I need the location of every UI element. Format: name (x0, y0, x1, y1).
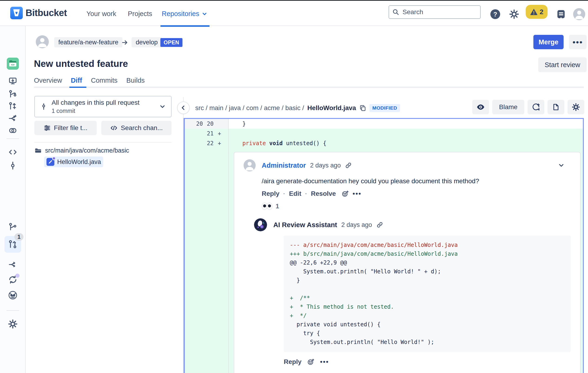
source-branch-pill[interactable]: feature/a-new-feature (54, 37, 123, 47)
changes-scope-selector[interactable]: All changes in this pull request 1 commi… (34, 96, 171, 117)
nav-item-repositories[interactable]: Repositories (162, 10, 208, 18)
global-search[interactable] (388, 5, 481, 19)
diff-row[interactable]: 22+ private void untested() { (185, 138, 583, 148)
search-input[interactable] (402, 8, 472, 16)
tab-diff[interactable]: Diff (71, 77, 82, 87)
watch-file-button[interactable] (472, 100, 489, 114)
target-branch-pill[interactable]: develop (132, 37, 162, 47)
permalink-icon[interactable] (376, 221, 383, 228)
code-line: + */ (290, 311, 566, 320)
add-reaction-icon[interactable] (341, 190, 349, 197)
reply-action[interactable]: Reply (262, 190, 279, 197)
filter-file-tree-button[interactable]: Filter file t... (34, 121, 97, 135)
file-name: HelloWorld.java (57, 158, 101, 166)
file-path-name: HelloWorld.java (307, 104, 356, 112)
code-line: System.out.println( "Hello World!" ); (290, 338, 566, 346)
svg-text:<>: <> (11, 63, 15, 66)
user-avatar[interactable] (573, 8, 585, 20)
comment-indicator-dot (52, 157, 56, 160)
top-navigation: Bitbucket Your work Projects Repositorie… (0, 1, 588, 26)
commits-icon[interactable] (8, 161, 17, 170)
brand-title[interactable]: Bitbucket (26, 8, 67, 18)
compare-icon[interactable] (8, 126, 17, 135)
sync-notification-dot (15, 274, 20, 278)
help-icon[interactable]: ? (490, 9, 501, 20)
start-review-button[interactable]: Start review (538, 57, 587, 72)
clone-icon[interactable] (8, 77, 17, 85)
nav-item-your-work[interactable]: Your work (86, 10, 116, 18)
collapse-comment-chevron-icon[interactable] (558, 162, 565, 169)
file-path-prefix: src / main / java / com / acme / basic / (195, 104, 304, 112)
warnings-badge[interactable]: 2 (526, 5, 547, 19)
reply-action[interactable]: Reply (284, 358, 301, 366)
comment-author-name[interactable]: Administrator (262, 162, 306, 169)
pull-requests-count-badge: 1 (14, 233, 23, 241)
merge-button[interactable]: Merge (533, 35, 564, 49)
diff-settings-gear-button[interactable] (567, 100, 584, 114)
add-comment-button[interactable] (528, 100, 544, 114)
chevron-down-icon (159, 103, 166, 110)
reaction-count: 1 (276, 203, 279, 210)
reaction-eyes[interactable]: 1 (262, 202, 571, 210)
collapse-file-tree-button[interactable] (177, 101, 190, 114)
warning-triangle-icon (530, 8, 538, 16)
diff-row[interactable]: 2020 } (185, 119, 583, 129)
create-pull-request-icon[interactable] (8, 102, 17, 111)
code-search-icon (110, 124, 118, 132)
feed-icon[interactable] (556, 9, 566, 19)
reply-more-icon[interactable]: ••• (320, 360, 329, 364)
settings-gear-icon[interactable] (8, 319, 18, 329)
diff-code-line: } (229, 119, 246, 129)
code-line: private void untested() { (290, 320, 566, 329)
active-tab-underline (69, 87, 86, 88)
diff-gutter[interactable]: 2020 (185, 119, 229, 129)
owl-app-icon[interactable] (8, 290, 18, 300)
reply-author-name[interactable]: AI Review Assistant (273, 221, 337, 229)
file-tree-divider (34, 142, 171, 143)
code-line: System.out.println( "Hello World! " + d)… (290, 267, 566, 276)
comment-author-avatar (243, 159, 256, 171)
folder-path: src/main/java/com/acme/basic (45, 147, 129, 154)
source-code-icon[interactable] (8, 148, 17, 157)
sidebar-divider (7, 138, 19, 139)
file-tree-file-selected[interactable]: HelloWorld.java (44, 157, 103, 167)
tab-commits[interactable]: Commits (91, 77, 117, 87)
tab-builds[interactable]: Builds (126, 77, 145, 87)
folder-icon (34, 147, 42, 154)
diff-code-line (229, 129, 236, 138)
branches-icon[interactable] (8, 222, 17, 231)
compare-fork-icon[interactable] (8, 114, 17, 123)
chevron-down-icon (201, 11, 208, 17)
blame-button[interactable]: Blame (492, 100, 524, 114)
comment-actions: Reply · Edit · Resolve ••• (262, 190, 571, 197)
resolve-action[interactable]: Resolve (311, 190, 336, 197)
comment-header: Administrator 2 days ago (243, 159, 571, 171)
diff-file-breadcrumb: src / main / java / com / acme / basic /… (195, 104, 400, 112)
pr-more-actions-button[interactable]: ••• (569, 35, 587, 49)
code-line: } (290, 276, 566, 285)
search-changes-button[interactable]: Search chan... (101, 121, 171, 135)
gear-icon[interactable] (509, 9, 519, 19)
code-line: --- a/src/main/java/com/acme/basic/Hello… (290, 241, 566, 250)
file-contents-button[interactable] (547, 100, 564, 114)
add-reaction-icon[interactable] (307, 358, 315, 366)
diff-row[interactable]: 21+ (185, 129, 583, 138)
forks-icon[interactable] (8, 260, 17, 269)
edit-action[interactable]: Edit (289, 190, 301, 197)
warning-count: 2 (540, 8, 543, 16)
nav-item-projects[interactable]: Projects (128, 10, 152, 18)
diff-gutter[interactable]: 22+ (185, 138, 229, 148)
bitbucket-logo-icon[interactable] (10, 7, 23, 19)
permalink-icon[interactable] (345, 162, 352, 169)
repository-avatar-icon[interactable]: <> (7, 58, 19, 70)
svg-text:?: ? (494, 11, 497, 18)
comment-more-icon[interactable]: ••• (353, 191, 361, 196)
create-branch-icon[interactable] (8, 90, 17, 99)
diff-gutter[interactable]: 21+ (185, 129, 229, 138)
reply-timestamp: 2 days ago (341, 221, 372, 229)
tab-overview[interactable]: Overview (34, 77, 62, 87)
copy-path-icon[interactable] (359, 104, 366, 111)
file-tree-folder[interactable]: src/main/java/com/acme/basic (34, 147, 129, 154)
ellipsis-icon: ••• (573, 40, 583, 44)
repository-sidebar: <> 1 (0, 26, 26, 373)
